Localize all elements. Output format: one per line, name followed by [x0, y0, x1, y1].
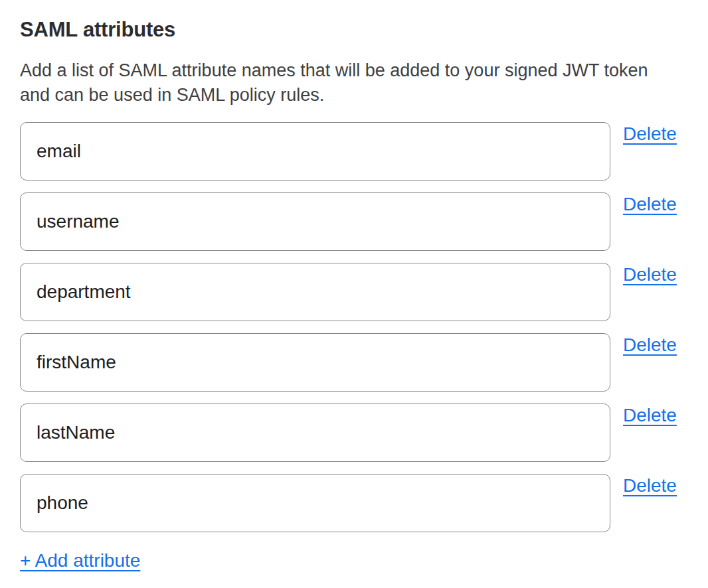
attribute-row: Delete	[20, 122, 708, 181]
add-attribute-link[interactable]: + Add attribute	[20, 549, 140, 573]
delete-link[interactable]: Delete	[623, 333, 677, 357]
attribute-input-username[interactable]	[20, 192, 610, 251]
attribute-input-email[interactable]	[20, 122, 610, 181]
delete-link[interactable]: Delete	[623, 263, 677, 287]
attribute-row: Delete	[20, 333, 708, 392]
attribute-row: Delete	[20, 263, 708, 321]
saml-attributes-section: SAML attributes Add a list of SAML attri…	[0, 0, 708, 573]
attribute-input-department[interactable]	[20, 263, 610, 321]
section-description-line: and can be used in SAML policy rules.	[20, 83, 708, 108]
delete-link[interactable]: Delete	[623, 404, 677, 427]
section-description-line: Add a list of SAML attribute names that …	[20, 58, 708, 83]
page-title: SAML attributes	[20, 17, 708, 42]
section-description: Add a list of SAML attribute names that …	[20, 58, 708, 108]
attribute-row: Delete	[20, 474, 708, 532]
delete-link[interactable]: Delete	[623, 192, 677, 216]
attribute-row: Delete	[20, 404, 708, 462]
attribute-input-firstname[interactable]	[20, 333, 610, 392]
attribute-list: Delete Delete Delete Delete Delete Delet…	[20, 122, 708, 532]
attribute-input-phone[interactable]	[20, 474, 610, 532]
attribute-row: Delete	[20, 192, 708, 251]
delete-link[interactable]: Delete	[623, 474, 677, 498]
delete-link[interactable]: Delete	[623, 122, 677, 146]
attribute-input-lastname[interactable]	[20, 404, 610, 462]
